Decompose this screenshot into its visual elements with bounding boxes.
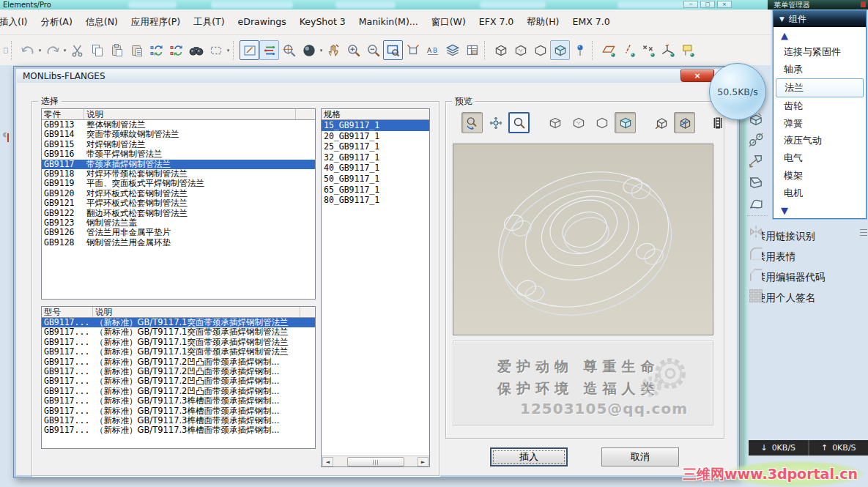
table-row[interactable]: GB9121平焊环板式松套钢制管法兰 — [42, 198, 315, 208]
sidebar-item-法兰[interactable]: 法兰 — [776, 78, 864, 97]
table-row[interactable]: GB9115对焊钢制管法兰 — [42, 140, 315, 149]
refit-icon[interactable] — [403, 40, 423, 60]
view-manager-icon[interactable] — [462, 40, 482, 60]
table-row[interactable]: GB9114突面带颈螺纹钢制管法兰 — [42, 130, 315, 139]
table-row[interactable]: GB9117...（新标准）GB/T9117.2凹凸面带颈承插焊钢制... — [42, 376, 315, 386]
table-row[interactable]: GB9118对焊环带颈松套钢制管法兰 — [42, 169, 315, 179]
scroll-right-arrow-icon[interactable]: ► — [418, 457, 429, 466]
menu-item[interactable]: 插入(I) — [0, 10, 34, 34]
paste-icon[interactable] — [107, 40, 127, 60]
doc-partial-icon[interactable] — [0, 40, 9, 60]
list-item[interactable]: 32_GB9117_1 — [322, 152, 429, 163]
dialog-close-button[interactable]: × — [680, 70, 714, 82]
maximize-button[interactable]: □ — [700, 1, 715, 8]
table-row[interactable]: GB9117...（新标准）GB/T9117.3榫槽面带颈承插焊钢制... — [42, 425, 315, 435]
table-row[interactable]: GB9123钢制管法兰盖 — [42, 218, 315, 228]
datum-axis-toggle-icon[interactable] — [618, 40, 638, 60]
dialog-titlebar[interactable]: MONLibs-FLANGES × — [17, 70, 736, 83]
scrollbar-grip-icon[interactable] — [860, 229, 867, 238]
table-row[interactable]: GB9117...（新标准）GB/T9117.1突面带颈承插焊钢制管法兰 — [42, 338, 315, 347]
spec-horizontal-scrollbar[interactable]: ◄ ► — [322, 456, 429, 466]
layers-icon[interactable] — [442, 40, 462, 60]
table-row[interactable]: GB9117...（新标准）GB/T9117.3榫槽面带颈承插焊钢制... — [42, 416, 315, 425]
datum-display-icon[interactable] — [259, 40, 279, 60]
table-row[interactable]: GB9126管法兰用非金属平垫片 — [42, 228, 315, 237]
sidebar-item-模架[interactable]: 模架 — [774, 167, 866, 185]
table-row[interactable]: GB9128钢制管法兰用金属环垫 — [42, 238, 315, 248]
list-item[interactable]: 80_GB9117_1 — [322, 195, 429, 206]
cancel-button[interactable]: 取消 — [601, 447, 679, 466]
sweep-icon[interactable] — [746, 151, 765, 171]
list-item[interactable]: 65_GB9117_1 — [322, 185, 429, 196]
revolve-icon[interactable] — [746, 130, 765, 149]
spin-center-pin-icon[interactable] — [570, 40, 590, 60]
column-header[interactable]: 说明 — [93, 307, 300, 317]
background-link[interactable]: 禁用链接识别 — [762, 226, 866, 246]
table-row[interactable]: GB9119平面、突面板式平焊钢制管法兰 — [42, 179, 315, 188]
sidebar-item-齿轮[interactable]: 齿轮 — [774, 97, 866, 115]
background-link[interactable]: 禁用表情 — [762, 246, 866, 267]
column-header[interactable]: 型号 — [42, 307, 93, 317]
sketch-display-icon[interactable] — [240, 40, 259, 60]
boundary-surface-icon[interactable] — [746, 193, 765, 213]
menu-item[interactable]: eDrawings — [231, 10, 293, 34]
datum-point-toggle-icon[interactable] — [638, 40, 658, 60]
zoom-window-icon[interactable] — [383, 40, 403, 60]
list-item[interactable]: 40_GB9117_1 — [322, 163, 429, 174]
view-no-hidden-icon[interactable] — [530, 40, 550, 60]
preview-iso-clip-icon[interactable] — [674, 112, 695, 133]
cut-icon[interactable] — [67, 40, 87, 60]
menu-item[interactable]: Manikin(M)... — [352, 10, 425, 34]
sidebar-item-液压气动[interactable]: 液压气动 — [774, 132, 866, 149]
table-row[interactable]: GB9117...（新标准）GB/T9117.2凹凸面带颈承插焊钢制... — [42, 367, 315, 376]
table-row[interactable]: GB9122翻边环板式松套钢制管法兰 — [42, 209, 315, 218]
view-shaded-icon[interactable] — [550, 40, 570, 60]
paste-special-icon[interactable] — [127, 40, 146, 60]
select-dropdown-icon[interactable]: ▾ — [226, 48, 231, 53]
preview-no-hidden-icon[interactable] — [591, 112, 612, 133]
scroll-thumb[interactable] — [347, 457, 404, 466]
menu-item[interactable]: 帮助(H) — [520, 10, 565, 34]
table-row[interactable]: GB9117...（新标准）GB/T9117.2凹凸面带颈承插焊钢制... — [42, 387, 315, 396]
table-row[interactable]: GB9116带颈平焊钢制管法兰 — [42, 149, 315, 159]
table-row[interactable]: GB9117带颈承插焊钢制管法兰 — [42, 160, 315, 169]
column-header[interactable]: 说明 — [84, 109, 296, 119]
table-row[interactable]: GB9117...（新标准）GB/T9117.2凹凸面带颈承插焊钢制... — [42, 357, 315, 367]
table-row[interactable]: GB9117...（新标准）GB/T9117.1突面带颈承插焊钢制管法兰 — [42, 318, 315, 327]
sidebar-item-弹簧[interactable]: 弹簧 — [774, 115, 866, 133]
annotations-icon[interactable]: AB — [423, 40, 442, 60]
list-item[interactable]: 25_GB9117_1 — [322, 141, 429, 152]
table-row[interactable]: GB9117...（新标准）GB/T9117.1突面带颈承插焊钢制管法兰 — [42, 327, 315, 337]
menu-item[interactable]: 分析(A) — [34, 10, 78, 34]
table-row[interactable]: GB9120对焊环板式松套钢制管法兰 — [42, 189, 315, 198]
shaded-style-dropdown-icon[interactable]: ▾ — [319, 48, 324, 53]
preview-pan-icon[interactable] — [485, 112, 506, 133]
view-wireframe-icon[interactable] — [491, 40, 511, 60]
insert-button[interactable]: 插入 — [490, 447, 568, 466]
datum-csys-toggle-icon[interactable] — [658, 40, 678, 60]
menu-item[interactable]: KeyShot 3 — [293, 10, 352, 34]
annotation-toggle-icon[interactable] — [678, 40, 697, 60]
table-row[interactable]: GB9117...（新标准）GB/T9117.1突面带颈承插焊钢制管法兰 — [42, 347, 315, 357]
datum-plane-toggle-icon[interactable] — [598, 40, 618, 60]
preview-canvas[interactable] — [453, 144, 713, 335]
regenerate-icon[interactable] — [146, 40, 166, 60]
preview-zoom-icon[interactable] — [508, 112, 530, 133]
preview-shaded-icon[interactable] — [615, 112, 636, 133]
shaded-style-icon[interactable] — [299, 40, 319, 60]
column-header[interactable]: 零件 — [42, 109, 84, 119]
table-row[interactable]: GB9113整体钢制管法兰 — [42, 120, 315, 130]
sidebar-item-电机[interactable]: 电机 — [774, 185, 866, 202]
redo-icon[interactable] — [42, 40, 62, 60]
zoom-center-icon[interactable] — [279, 40, 299, 60]
menu-item[interactable]: 应用程序(P) — [125, 10, 187, 34]
zoom-out-icon[interactable] — [363, 40, 383, 60]
sidebar-item-连接与紧固件[interactable]: 连接与紧固件 — [774, 43, 866, 61]
menu-item[interactable]: 窗口(W) — [425, 10, 472, 34]
table-row[interactable]: GB9117...（新标准）GB/T9117.3榫槽面带颈承插焊钢制... — [42, 406, 315, 416]
blend-icon[interactable] — [746, 172, 765, 192]
sidebar-item-轴承[interactable]: 轴承 — [774, 61, 866, 78]
preview-wireframe-icon[interactable] — [544, 112, 565, 133]
preview-spin-icon[interactable] — [461, 112, 483, 133]
scroll-up-triangle-icon[interactable]: ▲ — [774, 27, 866, 43]
